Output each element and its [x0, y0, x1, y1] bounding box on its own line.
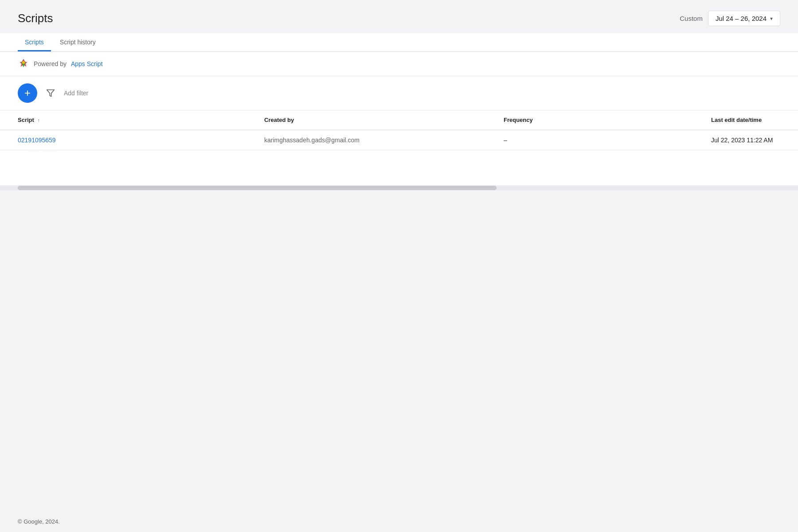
col-header-created-by: Created by: [255, 110, 495, 130]
filter-button[interactable]: [43, 85, 59, 101]
scripts-table-wrapper: Script ↑ Created by Frequency Last edit …: [0, 110, 798, 190]
script-name-link[interactable]: 02191095659: [18, 137, 56, 144]
date-range-button[interactable]: Jul 24 – 26, 2024 ▾: [708, 11, 780, 26]
apps-script-link[interactable]: Apps Script: [71, 60, 103, 67]
date-range-label: Jul 24 – 26, 2024: [716, 15, 767, 22]
apps-script-banner: Powered by Apps Script: [0, 52, 798, 76]
main-container: Scripts Custom Jul 24 – 26, 2024 ▾ Scrip…: [0, 0, 798, 532]
page-title: Scripts: [18, 12, 53, 25]
header-right: Custom Jul 24 – 26, 2024 ▾: [680, 11, 780, 26]
toolbar: + Add filter: [0, 76, 798, 110]
content-area: Powered by Apps Script + Add filter: [0, 52, 798, 190]
plus-icon: +: [24, 88, 31, 98]
col-header-frequency: Frequency: [495, 110, 702, 130]
tab-scripts[interactable]: Scripts: [18, 33, 51, 51]
empty-row: [0, 150, 798, 186]
horizontal-scrollbar-thumb[interactable]: [18, 186, 497, 190]
footer: © Google, 2024.: [0, 511, 798, 532]
sort-ascending-icon: ↑: [37, 117, 40, 123]
tabs-container: Scripts Script history: [0, 33, 798, 52]
svg-point-0: [22, 61, 25, 64]
frequency-cell: –: [495, 130, 702, 150]
banner-powered-by-text: Powered by: [34, 60, 66, 67]
chevron-down-icon: ▾: [770, 16, 773, 22]
custom-label: Custom: [680, 15, 703, 22]
script-name-cell: 02191095659: [0, 130, 255, 150]
table-header-row: Script ↑ Created by Frequency Last edit …: [0, 110, 798, 130]
tab-script-history[interactable]: Script history: [53, 33, 103, 51]
horizontal-scrollbar-track[interactable]: [0, 186, 798, 190]
add-filter-label: Add filter: [64, 90, 88, 97]
table-row: 02191095659 karimghassadeh.gads@gmail.co…: [0, 130, 798, 150]
filter-icon: [46, 89, 55, 98]
col-header-script[interactable]: Script ↑: [0, 110, 255, 130]
scripts-table: Script ↑ Created by Frequency Last edit …: [0, 110, 798, 186]
copyright-text: © Google, 2024.: [18, 518, 60, 525]
header: Scripts Custom Jul 24 – 26, 2024 ▾: [0, 0, 798, 33]
col-header-last-edit: Last edit date/time: [702, 110, 798, 130]
add-script-button[interactable]: +: [18, 83, 37, 103]
last-edit-cell: Jul 22, 2023 11:22 AM: [702, 130, 798, 150]
created-by-cell: karimghassadeh.gads@gmail.com: [255, 130, 495, 150]
svg-marker-1: [47, 90, 55, 97]
apps-script-logo-icon: [18, 58, 29, 70]
